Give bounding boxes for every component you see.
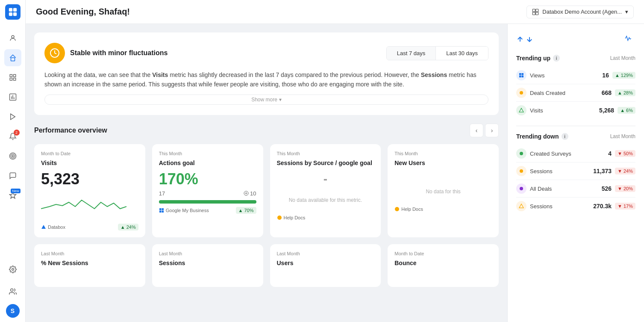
- trending-down-item-all-deals: All Deals 526 ▼ 20%: [516, 180, 635, 198]
- visits-trend-icon: [516, 105, 526, 115]
- actions-goal-row: 17 10: [159, 190, 256, 197]
- svg-point-41: [520, 91, 523, 95]
- expand-button[interactable]: Show more ▾: [44, 95, 488, 105]
- trending-down-info-icon[interactable]: i: [562, 133, 568, 140]
- sessions-source-value: -: [277, 173, 374, 185]
- cards-row-2: Last Month % New Sessions Last Month Ses…: [34, 244, 499, 287]
- nav-next-button[interactable]: ›: [485, 124, 499, 137]
- svg-point-33: [277, 216, 282, 220]
- right-panel-header: [508, 24, 644, 48]
- svg-point-44: [520, 169, 523, 173]
- trending-down-label: Trending down i: [516, 133, 568, 140]
- sessions2-down-badge: ▼ 17%: [615, 203, 635, 210]
- main-wrapper: Good Evening, Shafaq! Databox Demo Accou…: [26, 0, 644, 322]
- tab-last-30-days[interactable]: Last 30 days: [436, 47, 488, 60]
- actions-progress-bar-container: [159, 200, 256, 204]
- svg-rect-7: [13, 74, 15, 77]
- sidebar-bottom: S: [4, 260, 21, 318]
- svg-point-17: [12, 156, 13, 157]
- sidebar-item-team[interactable]: [4, 283, 21, 300]
- account-label: Databox Demo Account (Agen...: [542, 9, 622, 15]
- deals-created-value: 668: [602, 89, 612, 96]
- svg-point-19: [12, 269, 14, 271]
- sessions-source-src: Help Docs: [277, 215, 306, 220]
- trending-down-header: Trending down i Last Month: [516, 133, 635, 140]
- all-deals-badge: ▼ 20%: [615, 185, 635, 192]
- goal-target: 10: [244, 190, 256, 197]
- surveys-icon: [516, 148, 526, 159]
- visits-badge: ▲ 24%: [118, 224, 138, 230]
- sessions-title: Sessions: [159, 260, 256, 266]
- views-badge: ▲ 129%: [612, 72, 635, 79]
- sidebar-item-media[interactable]: [4, 108, 21, 125]
- svg-rect-8: [10, 78, 12, 80]
- sessions-period: Last Month: [159, 251, 256, 256]
- tab-last-7-days[interactable]: Last 7 days: [387, 47, 436, 60]
- new-feature-badge: New: [11, 189, 20, 193]
- expand-label: Show more: [251, 97, 277, 103]
- sidebar-item-messages[interactable]: [4, 167, 21, 184]
- svg-marker-14: [10, 114, 15, 120]
- sessions-source-title: Sessions by Source / google goal: [277, 160, 374, 166]
- user-avatar[interactable]: S: [6, 304, 20, 318]
- surveys-badge: ▼ 50%: [615, 150, 635, 157]
- svg-point-4: [12, 35, 14, 38]
- svg-rect-9: [13, 78, 15, 80]
- sessions-down-icon: [516, 166, 526, 176]
- actions-goal-card: This Month Actions goal 170% 17 10: [152, 144, 263, 237]
- pulse-icon[interactable]: [624, 35, 632, 44]
- insights-tab-group: Last 7 days Last 30 days: [386, 46, 488, 60]
- trending-down-period: Last Month: [610, 133, 635, 139]
- sidebar-item-new-feature[interactable]: New: [4, 187, 21, 204]
- surveys-name: Created Surveys: [530, 151, 608, 157]
- svg-rect-29: [159, 208, 162, 210]
- topbar: Good Evening, Shafaq! Databox Demo Accou…: [26, 0, 644, 24]
- sessions-source-footer: Help Docs: [277, 215, 374, 220]
- account-selector[interactable]: Databox Demo Account (Agen... ▾: [526, 6, 634, 18]
- bounce-period: Month to Date: [394, 251, 492, 256]
- svg-rect-38: [522, 73, 524, 75]
- trending-up-info-icon[interactable]: i: [553, 55, 560, 62]
- nav-prev-button[interactable]: ‹: [470, 124, 483, 137]
- trending-up-item-visits: Visits 5,268 ▲ 6%: [516, 102, 635, 119]
- insights-body: Looking at the data, we can see that the…: [44, 70, 488, 89]
- actions-source: Google My Business: [159, 208, 209, 213]
- all-deals-name: All Deals: [530, 186, 602, 192]
- users-title: Users: [277, 260, 374, 266]
- bounce-card: Month to Date Bounce: [388, 244, 499, 287]
- page-title: Good Evening, Shafaq!: [36, 7, 526, 17]
- sessions2-down-value: 270.3k: [593, 203, 612, 210]
- sidebar-item-goals[interactable]: [4, 148, 21, 165]
- visits-period: Month to Date: [41, 151, 138, 156]
- expand-chevron-icon: ▾: [279, 97, 282, 103]
- svg-rect-39: [519, 76, 521, 78]
- sidebar-item-metrics[interactable]: [4, 89, 21, 106]
- sidebar-item-user-profile[interactable]: [4, 30, 21, 47]
- deals-created-icon: [516, 88, 526, 98]
- main-content: Stable with minor fluctuations Last 7 da…: [26, 24, 507, 322]
- sidebar-item-dashboard[interactable]: [4, 69, 21, 86]
- account-chevron-icon: ▾: [625, 9, 628, 15]
- sessions-source-period: This Month: [277, 151, 374, 156]
- actions-footer: Google My Business ▲ 70%: [159, 207, 256, 214]
- new-users-period: This Month: [394, 151, 492, 156]
- actions-value: 170%: [159, 171, 256, 187]
- sort-icon[interactable]: [516, 35, 533, 43]
- svg-rect-24: [536, 12, 538, 15]
- sidebar-item-home[interactable]: [4, 49, 21, 66]
- sidebar-item-settings[interactable]: [4, 261, 21, 278]
- sidebar-item-alerts[interactable]: 2: [4, 128, 21, 145]
- all-deals-icon: [516, 183, 526, 194]
- svg-point-28: [246, 193, 247, 194]
- svg-rect-3: [13, 12, 16, 16]
- svg-rect-6: [10, 74, 12, 77]
- new-sessions-card: Last Month % New Sessions: [34, 244, 145, 287]
- views-name: Views: [530, 72, 602, 79]
- views-value: 16: [602, 72, 609, 79]
- app-logo[interactable]: [5, 4, 21, 20]
- svg-point-20: [10, 289, 13, 291]
- sidebar: 2 New S: [0, 0, 26, 322]
- deals-created-badge: ▲ 28%: [615, 89, 635, 96]
- new-users-title: New Users: [394, 160, 492, 166]
- visits-card: Month to Date Visits 5,323 Databox ▲ 24%: [34, 144, 145, 237]
